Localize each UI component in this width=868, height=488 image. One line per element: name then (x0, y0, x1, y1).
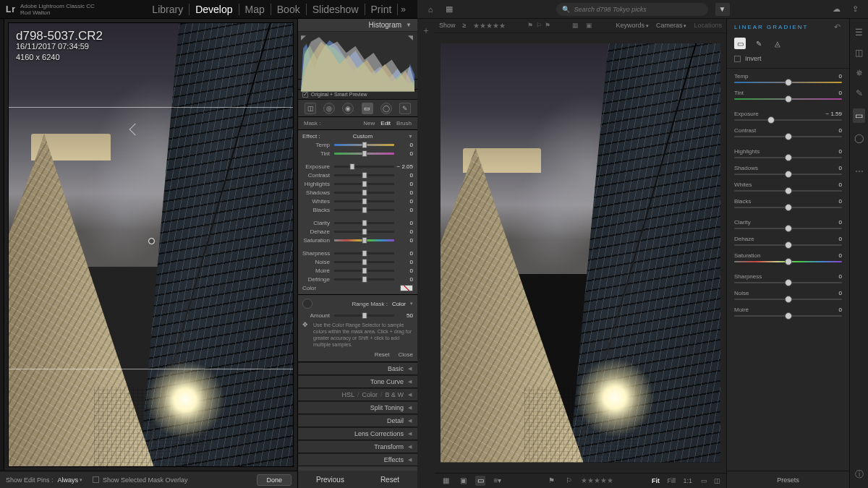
slider-moire[interactable]: Moiré0 (302, 267, 413, 274)
crop-tool[interactable]: ◫ (305, 103, 316, 114)
module-tab-slideshow[interactable]: Slideshow (307, 4, 365, 15)
slider-track[interactable] (334, 239, 394, 241)
flag-filter[interactable]: ⚑⚐⚑ (526, 22, 552, 29)
grid-view-icon[interactable]: ▦ (441, 476, 451, 486)
slider-shadows[interactable]: Shadows0 (302, 189, 413, 196)
redeye-tool[interactable]: ◉ (342, 103, 354, 114)
sort-icon[interactable]: ≡▾ (493, 476, 503, 486)
slider-track[interactable] (334, 222, 394, 224)
presets-button[interactable]: Presets (727, 471, 849, 488)
brush-icon[interactable]: ✎ (856, 88, 863, 98)
slider-sharpness[interactable]: Sharpness0 (734, 273, 842, 283)
rating-filter[interactable]: ≥ (463, 22, 467, 29)
slider-track[interactable] (334, 144, 394, 146)
brush-tool[interactable]: ✎ (399, 103, 411, 114)
slider-clarity[interactable]: Clarity0 (734, 219, 842, 229)
mask-tab-edit[interactable]: Edit (380, 120, 391, 127)
slider-track[interactable] (334, 209, 394, 211)
detail-view-icon[interactable]: ▭ (475, 476, 485, 486)
slider-shadows[interactable]: Shadows0 (734, 165, 842, 175)
slider-temp[interactable]: Temp0 (302, 141, 413, 148)
slider-tint[interactable]: Tint0 (734, 90, 842, 100)
slider-track[interactable] (334, 252, 394, 254)
panel-lens-corrections[interactable]: Lens Corrections◀ (298, 427, 417, 440)
panel-effects[interactable]: Effects◀ (298, 453, 417, 466)
slider-track[interactable] (734, 315, 842, 317)
slider-contrast[interactable]: Contrast0 (302, 171, 413, 179)
eraser-tool[interactable]: ◬ (772, 38, 783, 49)
linear-gradient-tool[interactable]: ▭ (734, 38, 746, 49)
slider-track[interactable] (334, 166, 394, 168)
info-icon[interactable]: ⓘ (855, 468, 864, 481)
slider-track[interactable] (734, 136, 842, 137)
slider-exposure[interactable]: Exposure− 1.59 (734, 111, 842, 121)
gradient-guide-top[interactable] (9, 107, 293, 108)
slider-track[interactable] (734, 228, 842, 229)
slider-temp[interactable]: Temp0 (734, 73, 842, 83)
slider-track[interactable] (334, 174, 394, 176)
slider-highlights[interactable]: Highlights0 (302, 180, 413, 187)
slider-blacks[interactable]: Blacks0 (734, 198, 842, 208)
search-input[interactable] (574, 6, 702, 13)
star-filter[interactable]: ★★★★★ (473, 22, 506, 30)
slider-sharpness[interactable]: Sharpness0 (302, 249, 413, 257)
slider-track[interactable] (734, 261, 842, 262)
slider-whites[interactable]: Whites0 (734, 181, 842, 192)
slider-track[interactable] (734, 244, 842, 246)
undo-icon[interactable]: ↶ (834, 22, 842, 32)
square-view-icon[interactable]: ▣ (458, 476, 468, 486)
slider-tint[interactable]: Tint0 (302, 150, 413, 157)
slider-track[interactable] (734, 282, 842, 283)
effect-preset[interactable]: Custom (353, 133, 373, 140)
panel-detail[interactable]: Detail◀ (298, 414, 417, 427)
module-tab-map[interactable]: Map (239, 4, 271, 15)
gradient-pin[interactable] (148, 238, 155, 244)
invert-row[interactable]: Invert (727, 52, 849, 69)
panel-hsl-color-b-w[interactable]: HSL/Color/B & W◀ (298, 388, 417, 401)
module-tab-print[interactable]: Print (365, 4, 399, 15)
range-mask-preview-icon[interactable] (302, 299, 312, 309)
zoom-panel-icon[interactable]: ▭ (701, 477, 707, 484)
home-icon[interactable]: ⌂ (425, 4, 436, 15)
slider-track[interactable] (334, 231, 394, 233)
rating-stars[interactable]: ★★★★★ (581, 476, 613, 484)
slider-track[interactable] (734, 190, 842, 192)
zoom-1to1[interactable]: 1:1 (683, 477, 692, 484)
slider-noise[interactable]: Noise0 (302, 258, 413, 265)
zoom-fit[interactable]: Fit (652, 477, 660, 484)
eyedropper-icon[interactable]: ✥ (302, 322, 310, 329)
share-icon[interactable]: ⇪ (849, 4, 861, 15)
slider-defringe[interactable]: Defringe0 (302, 275, 413, 283)
slider-whites[interactable]: Whites0 (302, 197, 413, 205)
amount-slider[interactable] (334, 314, 394, 317)
slider-clarity[interactable]: Clarity0 (302, 219, 413, 226)
image-preview[interactable]: d798-5037.CR2 16/11/2017 07:34:59 4160 x… (8, 22, 294, 467)
slider-exposure[interactable]: Exposure− 2.05 (302, 163, 413, 170)
slider-blacks[interactable]: Blacks0 (302, 206, 413, 213)
slider-track[interactable] (734, 119, 842, 121)
compare-icon[interactable]: ◫ (714, 477, 720, 484)
histogram[interactable]: ◤ ◥ (298, 32, 417, 80)
module-tab-book[interactable]: Book (271, 4, 307, 15)
chevron-down-icon[interactable]: ▾ (80, 477, 82, 483)
module-more-icon[interactable]: » (398, 4, 412, 14)
add-icon[interactable]: ＋ (422, 25, 430, 37)
slider-track[interactable] (334, 183, 394, 185)
mask-tab-brush[interactable]: Brush (396, 120, 412, 127)
slider-track[interactable] (734, 82, 842, 83)
range-mask-mode[interactable]: Color (392, 301, 406, 307)
chevron-down-icon[interactable]: ▾ (410, 301, 413, 307)
slider-track[interactable] (734, 174, 842, 175)
checkbox-icon[interactable] (302, 92, 308, 98)
done-button[interactable]: Done (257, 474, 292, 486)
flag-reject-icon[interactable]: ⚐ (563, 476, 574, 486)
heal-icon[interactable]: ✵ (856, 68, 863, 78)
crop-icon[interactable]: ◫ (855, 48, 863, 58)
edit-icon[interactable]: ☰ (855, 27, 863, 38)
slider-moire[interactable]: Moiré0 (734, 307, 842, 317)
graduated-filter-tool[interactable]: ▭ (362, 103, 373, 114)
spot-tool[interactable]: ◎ (323, 103, 335, 114)
previous-button[interactable]: Previous (316, 476, 344, 484)
zoom-fill[interactable]: Fill (667, 477, 676, 484)
slider-track[interactable] (334, 270, 394, 272)
